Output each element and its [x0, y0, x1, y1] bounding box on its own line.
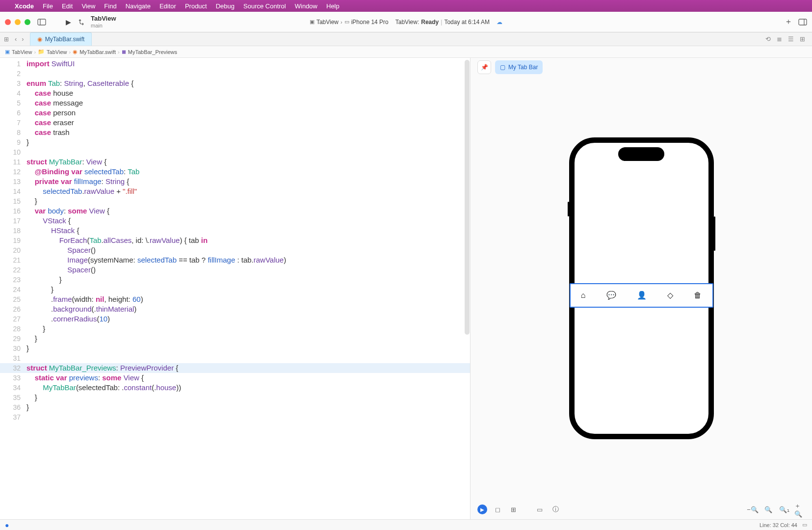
- menu-editor[interactable]: Editor: [159, 2, 176, 10]
- line-content[interactable]: [26, 353, 470, 363]
- code-line[interactable]: 36}: [0, 402, 470, 412]
- code-line[interactable]: 3enum Tab: String, CaseIterable {: [0, 79, 470, 88]
- preview-chip[interactable]: ▢ My Tab Bar: [495, 60, 543, 74]
- code-line[interactable]: 35 }: [0, 393, 470, 402]
- line-content[interactable]: .cornerRadius(10): [26, 314, 470, 324]
- related-items-icon[interactable]: ⊞: [4, 36, 9, 43]
- menu-help[interactable]: Help: [326, 2, 340, 10]
- line-content[interactable]: MyTabBar(selectedTab: .constant(.house)): [26, 383, 470, 393]
- code-line[interactable]: 30}: [0, 344, 470, 353]
- person-icon[interactable]: 👤: [637, 291, 647, 300]
- line-content[interactable]: import SwiftUI: [26, 59, 470, 69]
- trash-icon[interactable]: 🗑︎: [694, 291, 702, 300]
- code-line[interactable]: 18 HStack {: [0, 226, 470, 236]
- code-line[interactable]: 5 case message: [0, 98, 470, 108]
- code-line[interactable]: 32struct MyTabBar_Previews: PreviewProvi…: [0, 363, 470, 373]
- line-content[interactable]: Image(systemName: selectedTab == tab ? f…: [26, 255, 470, 265]
- preview-info-icon[interactable]: ⓘ: [550, 504, 561, 515]
- line-content[interactable]: }: [26, 344, 470, 353]
- code-line[interactable]: 15 }: [0, 196, 470, 206]
- line-content[interactable]: @Binding var selectedTab: Tab: [26, 167, 470, 177]
- code-line[interactable]: 23 }: [0, 275, 470, 285]
- variants-icon[interactable]: ⊞: [508, 504, 519, 515]
- line-content[interactable]: VStack {: [26, 216, 470, 226]
- code-line[interactable]: 37: [0, 412, 470, 422]
- line-content[interactable]: struct MyTabBar: View {: [26, 157, 470, 167]
- code-line[interactable]: 19 ForEach(Tab.allCases, id: \.rawValue)…: [0, 236, 470, 245]
- source-editor[interactable]: 1import SwiftUI23enum Tab: String, CaseI…: [0, 58, 470, 519]
- jump-bar[interactable]: ▣ TabView › 📁 TabView › ◉ MyTabBar.swift…: [0, 46, 812, 58]
- code-line[interactable]: 34 MyTabBar(selectedTab: .constant(.hous…: [0, 383, 470, 393]
- library-icon[interactable]: [798, 19, 807, 26]
- code-line[interactable]: 12 @Binding var selectedTab: Tab: [0, 167, 470, 177]
- line-content[interactable]: ForEach(Tab.allCases, id: \.rawValue) { …: [26, 236, 470, 245]
- code-line[interactable]: 10: [0, 147, 470, 157]
- filter-icon[interactable]: ●: [5, 521, 9, 529]
- line-content[interactable]: case person: [26, 108, 470, 118]
- code-line[interactable]: 8 case trash: [0, 128, 470, 137]
- code-line[interactable]: 33 static var previews: some View {: [0, 373, 470, 383]
- menu-window[interactable]: Window: [295, 2, 317, 10]
- menu-source-control[interactable]: Source Control: [243, 2, 286, 10]
- close-window-icon[interactable]: [5, 19, 11, 25]
- code-line[interactable]: 27 .cornerRadius(10): [0, 314, 470, 324]
- code-line[interactable]: 21 Image(systemName: selectedTab == tab …: [0, 255, 470, 265]
- minimap-icon[interactable]: ≣: [777, 35, 782, 43]
- toggle-navigator-icon[interactable]: [37, 19, 46, 26]
- line-content[interactable]: }: [26, 196, 470, 206]
- run-icon[interactable]: ▶: [66, 18, 71, 26]
- back-icon[interactable]: ‹: [15, 35, 17, 43]
- line-content[interactable]: .frame(width: nil, height: 60): [26, 294, 470, 304]
- zoom-actual-icon[interactable]: 🔍₁: [779, 504, 789, 515]
- device-settings-icon[interactable]: ▭: [534, 504, 545, 515]
- adjust-editor-icon[interactable]: ☰: [788, 35, 794, 43]
- code-line[interactable]: 29 }: [0, 334, 470, 344]
- add-editor-icon[interactable]: ⊞: [800, 35, 805, 43]
- eraser-icon[interactable]: ◇: [667, 291, 673, 300]
- live-preview-icon[interactable]: ▶: [477, 504, 487, 514]
- device-stage[interactable]: ⌂ 💬 👤 ◇ 🗑︎: [471, 77, 812, 500]
- message-icon[interactable]: 💬: [606, 291, 616, 300]
- code-line[interactable]: 13 private var fillImage: String {: [0, 177, 470, 186]
- code-line[interactable]: 4 case house: [0, 88, 470, 98]
- line-content[interactable]: private var fillImage: String {: [26, 177, 470, 186]
- menu-file[interactable]: File: [43, 2, 53, 10]
- code-line[interactable]: 7 case eraser: [0, 118, 470, 128]
- crumb-1[interactable]: TabView: [47, 49, 67, 55]
- add-icon[interactable]: ＋: [785, 17, 792, 27]
- minimize-window-icon[interactable]: [15, 19, 21, 25]
- line-content[interactable]: }: [26, 275, 470, 285]
- line-content[interactable]: [26, 147, 470, 157]
- code-line[interactable]: 25 .frame(width: nil, height: 60): [0, 294, 470, 304]
- line-content[interactable]: .background(.thinMaterial): [26, 304, 470, 314]
- menu-find[interactable]: Find: [104, 2, 116, 10]
- line-content[interactable]: var body: some View {: [26, 206, 470, 216]
- pin-preview-icon[interactable]: 📌: [477, 60, 491, 74]
- menu-navigate[interactable]: Navigate: [126, 2, 151, 10]
- line-content[interactable]: struct MyTabBar_Previews: PreviewProvide…: [26, 363, 470, 373]
- line-content[interactable]: case message: [26, 98, 470, 108]
- app-name[interactable]: Xcode: [15, 2, 34, 10]
- line-content[interactable]: Spacer(): [26, 245, 470, 255]
- line-content[interactable]: }: [26, 324, 470, 334]
- document-icon[interactable]: ▭: [802, 522, 807, 528]
- zoom-out-icon[interactable]: −🔍: [747, 504, 758, 515]
- refresh-icon[interactable]: ⟲: [765, 35, 771, 43]
- line-content[interactable]: }: [26, 334, 470, 344]
- line-content[interactable]: static var previews: some View {: [26, 373, 470, 383]
- code-line[interactable]: 31: [0, 353, 470, 363]
- code-line[interactable]: 6 case person: [0, 108, 470, 118]
- line-content[interactable]: HStack {: [26, 226, 470, 236]
- line-content[interactable]: }: [26, 137, 470, 147]
- code-line[interactable]: 2: [0, 69, 470, 79]
- code-line[interactable]: 14 selectedTab.rawValue + ".fill": [0, 186, 470, 196]
- house-icon[interactable]: ⌂: [581, 291, 586, 300]
- zoom-in-icon[interactable]: ＋🔍: [794, 504, 805, 515]
- code-line[interactable]: 1import SwiftUI: [0, 59, 470, 69]
- menu-edit[interactable]: Edit: [62, 2, 73, 10]
- code-line[interactable]: 16 var body: some View {: [0, 206, 470, 216]
- code-line[interactable]: 24 }: [0, 285, 470, 294]
- crumb-3[interactable]: MyTabBar_Previews: [128, 49, 177, 55]
- menu-debug[interactable]: Debug: [216, 2, 235, 10]
- code-line[interactable]: 28 }: [0, 324, 470, 334]
